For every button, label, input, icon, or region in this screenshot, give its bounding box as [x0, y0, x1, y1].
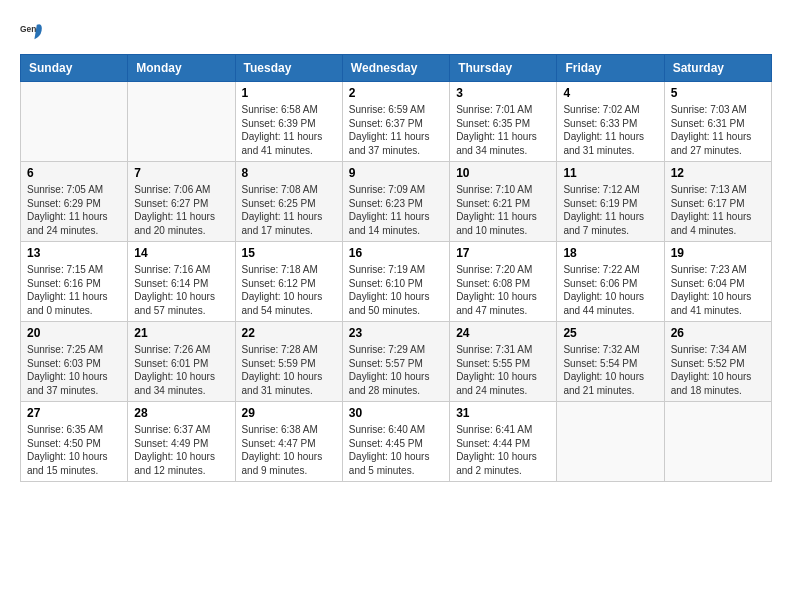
- day-number: 17: [456, 246, 550, 260]
- calendar-cell: 26Sunrise: 7:34 AM Sunset: 5:52 PM Dayli…: [664, 322, 771, 402]
- cell-info: Sunrise: 6:41 AM Sunset: 4:44 PM Dayligh…: [456, 423, 550, 477]
- cell-content: 22Sunrise: 7:28 AM Sunset: 5:59 PM Dayli…: [242, 326, 336, 397]
- cell-content: 30Sunrise: 6:40 AM Sunset: 4:45 PM Dayli…: [349, 406, 443, 477]
- calendar-cell: [21, 82, 128, 162]
- calendar-cell: 13Sunrise: 7:15 AM Sunset: 6:16 PM Dayli…: [21, 242, 128, 322]
- calendar-cell: 30Sunrise: 6:40 AM Sunset: 4:45 PM Dayli…: [342, 402, 449, 482]
- cell-info: Sunrise: 7:31 AM Sunset: 5:55 PM Dayligh…: [456, 343, 550, 397]
- cell-content: 28Sunrise: 6:37 AM Sunset: 4:49 PM Dayli…: [134, 406, 228, 477]
- calendar-cell: 10Sunrise: 7:10 AM Sunset: 6:21 PM Dayli…: [450, 162, 557, 242]
- weekday-header-thursday: Thursday: [450, 55, 557, 82]
- calendar-cell: [557, 402, 664, 482]
- cell-info: Sunrise: 7:18 AM Sunset: 6:12 PM Dayligh…: [242, 263, 336, 317]
- calendar-cell: 16Sunrise: 7:19 AM Sunset: 6:10 PM Dayli…: [342, 242, 449, 322]
- calendar-cell: 17Sunrise: 7:20 AM Sunset: 6:08 PM Dayli…: [450, 242, 557, 322]
- cell-content: 29Sunrise: 6:38 AM Sunset: 4:47 PM Dayli…: [242, 406, 336, 477]
- day-number: 28: [134, 406, 228, 420]
- cell-content: 27Sunrise: 6:35 AM Sunset: 4:50 PM Dayli…: [27, 406, 121, 477]
- calendar-cell: 8Sunrise: 7:08 AM Sunset: 6:25 PM Daylig…: [235, 162, 342, 242]
- day-number: 24: [456, 326, 550, 340]
- weekday-header-saturday: Saturday: [664, 55, 771, 82]
- calendar-cell: 11Sunrise: 7:12 AM Sunset: 6:19 PM Dayli…: [557, 162, 664, 242]
- calendar-cell: 6Sunrise: 7:05 AM Sunset: 6:29 PM Daylig…: [21, 162, 128, 242]
- calendar-cell: 7Sunrise: 7:06 AM Sunset: 6:27 PM Daylig…: [128, 162, 235, 242]
- calendar-cell: 24Sunrise: 7:31 AM Sunset: 5:55 PM Dayli…: [450, 322, 557, 402]
- day-number: 18: [563, 246, 657, 260]
- calendar-cell: 29Sunrise: 6:38 AM Sunset: 4:47 PM Dayli…: [235, 402, 342, 482]
- day-number: 26: [671, 326, 765, 340]
- day-number: 29: [242, 406, 336, 420]
- cell-content: 20Sunrise: 7:25 AM Sunset: 6:03 PM Dayli…: [27, 326, 121, 397]
- cell-info: Sunrise: 7:06 AM Sunset: 6:27 PM Dayligh…: [134, 183, 228, 237]
- calendar-cell: 9Sunrise: 7:09 AM Sunset: 6:23 PM Daylig…: [342, 162, 449, 242]
- cell-info: Sunrise: 7:13 AM Sunset: 6:17 PM Dayligh…: [671, 183, 765, 237]
- day-number: 9: [349, 166, 443, 180]
- weekday-header-wednesday: Wednesday: [342, 55, 449, 82]
- day-number: 20: [27, 326, 121, 340]
- logo: Gen: [20, 20, 48, 44]
- calendar-cell: [664, 402, 771, 482]
- calendar-cell: 12Sunrise: 7:13 AM Sunset: 6:17 PM Dayli…: [664, 162, 771, 242]
- day-number: 19: [671, 246, 765, 260]
- svg-text:Gen: Gen: [20, 24, 36, 34]
- calendar-cell: [128, 82, 235, 162]
- day-number: 5: [671, 86, 765, 100]
- cell-info: Sunrise: 6:37 AM Sunset: 4:49 PM Dayligh…: [134, 423, 228, 477]
- cell-content: 13Sunrise: 7:15 AM Sunset: 6:16 PM Dayli…: [27, 246, 121, 317]
- cell-content: 8Sunrise: 7:08 AM Sunset: 6:25 PM Daylig…: [242, 166, 336, 237]
- day-number: 31: [456, 406, 550, 420]
- cell-info: Sunrise: 7:09 AM Sunset: 6:23 PM Dayligh…: [349, 183, 443, 237]
- cell-info: Sunrise: 7:19 AM Sunset: 6:10 PM Dayligh…: [349, 263, 443, 317]
- calendar-cell: 5Sunrise: 7:03 AM Sunset: 6:31 PM Daylig…: [664, 82, 771, 162]
- cell-content: 25Sunrise: 7:32 AM Sunset: 5:54 PM Dayli…: [563, 326, 657, 397]
- calendar-cell: 22Sunrise: 7:28 AM Sunset: 5:59 PM Dayli…: [235, 322, 342, 402]
- day-number: 21: [134, 326, 228, 340]
- calendar-cell: 23Sunrise: 7:29 AM Sunset: 5:57 PM Dayli…: [342, 322, 449, 402]
- calendar-cell: 4Sunrise: 7:02 AM Sunset: 6:33 PM Daylig…: [557, 82, 664, 162]
- cell-content: 16Sunrise: 7:19 AM Sunset: 6:10 PM Dayli…: [349, 246, 443, 317]
- weekday-header-tuesday: Tuesday: [235, 55, 342, 82]
- day-number: 25: [563, 326, 657, 340]
- cell-content: 2Sunrise: 6:59 AM Sunset: 6:37 PM Daylig…: [349, 86, 443, 157]
- cell-content: 31Sunrise: 6:41 AM Sunset: 4:44 PM Dayli…: [456, 406, 550, 477]
- calendar-cell: 27Sunrise: 6:35 AM Sunset: 4:50 PM Dayli…: [21, 402, 128, 482]
- day-number: 15: [242, 246, 336, 260]
- weekday-header-sunday: Sunday: [21, 55, 128, 82]
- weekday-header-monday: Monday: [128, 55, 235, 82]
- day-number: 14: [134, 246, 228, 260]
- cell-info: Sunrise: 7:20 AM Sunset: 6:08 PM Dayligh…: [456, 263, 550, 317]
- calendar-cell: 3Sunrise: 7:01 AM Sunset: 6:35 PM Daylig…: [450, 82, 557, 162]
- calendar-cell: 21Sunrise: 7:26 AM Sunset: 6:01 PM Dayli…: [128, 322, 235, 402]
- calendar-table: SundayMondayTuesdayWednesdayThursdayFrid…: [20, 54, 772, 482]
- cell-info: Sunrise: 6:40 AM Sunset: 4:45 PM Dayligh…: [349, 423, 443, 477]
- cell-content: 18Sunrise: 7:22 AM Sunset: 6:06 PM Dayli…: [563, 246, 657, 317]
- cell-info: Sunrise: 7:23 AM Sunset: 6:04 PM Dayligh…: [671, 263, 765, 317]
- cell-content: 11Sunrise: 7:12 AM Sunset: 6:19 PM Dayli…: [563, 166, 657, 237]
- cell-content: 23Sunrise: 7:29 AM Sunset: 5:57 PM Dayli…: [349, 326, 443, 397]
- cell-content: 7Sunrise: 7:06 AM Sunset: 6:27 PM Daylig…: [134, 166, 228, 237]
- cell-content: 3Sunrise: 7:01 AM Sunset: 6:35 PM Daylig…: [456, 86, 550, 157]
- day-number: 13: [27, 246, 121, 260]
- cell-info: Sunrise: 6:35 AM Sunset: 4:50 PM Dayligh…: [27, 423, 121, 477]
- day-number: 12: [671, 166, 765, 180]
- calendar-cell: 28Sunrise: 6:37 AM Sunset: 4:49 PM Dayli…: [128, 402, 235, 482]
- cell-info: Sunrise: 6:58 AM Sunset: 6:39 PM Dayligh…: [242, 103, 336, 157]
- cell-content: 24Sunrise: 7:31 AM Sunset: 5:55 PM Dayli…: [456, 326, 550, 397]
- cell-content: 6Sunrise: 7:05 AM Sunset: 6:29 PM Daylig…: [27, 166, 121, 237]
- day-number: 2: [349, 86, 443, 100]
- cell-content: 12Sunrise: 7:13 AM Sunset: 6:17 PM Dayli…: [671, 166, 765, 237]
- cell-content: 26Sunrise: 7:34 AM Sunset: 5:52 PM Dayli…: [671, 326, 765, 397]
- cell-info: Sunrise: 7:26 AM Sunset: 6:01 PM Dayligh…: [134, 343, 228, 397]
- calendar-cell: 25Sunrise: 7:32 AM Sunset: 5:54 PM Dayli…: [557, 322, 664, 402]
- day-number: 22: [242, 326, 336, 340]
- day-number: 3: [456, 86, 550, 100]
- day-number: 11: [563, 166, 657, 180]
- cell-content: 9Sunrise: 7:09 AM Sunset: 6:23 PM Daylig…: [349, 166, 443, 237]
- cell-info: Sunrise: 7:12 AM Sunset: 6:19 PM Dayligh…: [563, 183, 657, 237]
- cell-info: Sunrise: 6:59 AM Sunset: 6:37 PM Dayligh…: [349, 103, 443, 157]
- calendar-cell: 31Sunrise: 6:41 AM Sunset: 4:44 PM Dayli…: [450, 402, 557, 482]
- day-number: 23: [349, 326, 443, 340]
- calendar-cell: 2Sunrise: 6:59 AM Sunset: 6:37 PM Daylig…: [342, 82, 449, 162]
- cell-info: Sunrise: 7:25 AM Sunset: 6:03 PM Dayligh…: [27, 343, 121, 397]
- day-number: 30: [349, 406, 443, 420]
